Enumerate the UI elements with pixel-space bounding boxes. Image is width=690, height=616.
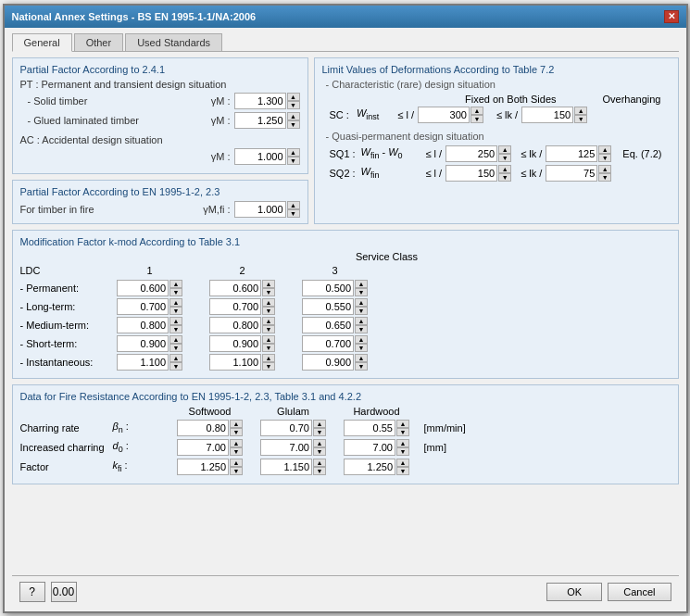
left-panels: Partial Factor According to 2.4.1 PT : P… (12, 57, 308, 224)
mod-row-2-v2[interactable] (209, 317, 261, 333)
ac-gamma: γM : (211, 151, 231, 162)
sq1-lk-down[interactable]: ▼ (598, 154, 611, 162)
sc-lk-up[interactable]: ▲ (574, 107, 587, 115)
mod-row-4-v1[interactable] (117, 354, 169, 371)
tab-used-standards[interactable]: Used Standards (125, 33, 222, 51)
ac-input[interactable] (234, 148, 286, 165)
glued-timber-label: - Glued laminated timber (28, 115, 139, 126)
sq2-lk-spin: ▲ ▼ (598, 165, 611, 182)
ldc-label: LDC (20, 265, 104, 276)
mod-row-0-v3-wrapper: ▲▼ (289, 280, 382, 296)
fire-r1-v3[interactable] (344, 439, 395, 456)
cancel-button[interactable]: Cancel (608, 583, 671, 601)
mod-r0v3-up[interactable]: ▲ (355, 280, 368, 288)
sq1-lk-input[interactable] (546, 145, 597, 162)
mod-row-3-v2[interactable] (209, 335, 261, 352)
mod-row-2-label: - Medium-term: (20, 320, 104, 331)
sc-lk-down[interactable]: ▼ (574, 115, 587, 123)
sq1-lk-up[interactable]: ▲ (598, 145, 611, 154)
fire-r2-v2[interactable] (260, 459, 312, 475)
bottom-bar: ? 0.00 OK Cancel (12, 575, 679, 606)
sc-l-input[interactable] (418, 107, 470, 123)
sq2-l-input[interactable] (445, 165, 497, 182)
mod-row-0-v2[interactable] (209, 280, 261, 296)
mod-row-2-v3[interactable] (302, 317, 354, 333)
fire-label: For timber in fire (20, 204, 94, 215)
tab-other[interactable]: Other (74, 33, 124, 51)
fire-row-1-label: Increased charring (20, 442, 113, 453)
title-bar: National Annex Settings - BS EN 1995-1-1… (5, 6, 686, 28)
mod-row-1-v2[interactable] (209, 298, 261, 315)
partial-factor-section: Partial Factor According to 2.4.1 PT : P… (12, 57, 308, 174)
fire-r0-v2[interactable] (260, 420, 312, 436)
fire-r0-v1[interactable] (177, 420, 229, 436)
sq1-l-down[interactable]: ▼ (498, 154, 511, 162)
glulam-header: Glulam (252, 406, 335, 417)
solid-timber-down[interactable]: ▼ (287, 101, 300, 109)
info-button[interactable]: 0.00 (51, 582, 77, 602)
sq1-le-lk: ≤ lk / (521, 148, 542, 159)
sq1-le-l: ≤ l / (426, 148, 443, 159)
mod-r0v2-down[interactable]: ▼ (262, 288, 275, 296)
sc-row: SC : Winst ≤ l / ▲ ▼ ≤ lk / (330, 107, 671, 123)
fire-row-0-param: βn : (113, 421, 169, 434)
fire-input-wrapper: ▲ ▼ (234, 201, 300, 218)
ac-label: AC : Accidental design situation (20, 134, 163, 145)
fire-row-2: Factor kfi : ▲▼ ▲▼ ▲▼ (20, 459, 671, 475)
glued-timber-up[interactable]: ▲ (287, 112, 300, 120)
sq2-le-lk: ≤ lk / (521, 168, 542, 179)
fire-r0-v3[interactable] (344, 420, 395, 436)
fire-data-title: Data for Fire Resistance According to EN… (20, 391, 671, 402)
sq1-l-up[interactable]: ▲ (498, 145, 511, 154)
sq2-l-up[interactable]: ▲ (498, 165, 511, 173)
tab-general[interactable]: General (12, 33, 72, 52)
mod-row-0-v3[interactable] (302, 280, 354, 296)
mod-row-3-v3[interactable] (302, 335, 354, 352)
mod-r0v1-up[interactable]: ▲ (169, 280, 182, 288)
sq2-l-down[interactable]: ▼ (498, 173, 511, 182)
solid-timber-up[interactable]: ▲ (287, 93, 300, 101)
pt-label-row: PT : Permanent and transient design situ… (20, 79, 300, 90)
w-inst-label: Winst (357, 107, 379, 121)
glued-timber-down[interactable]: ▼ (287, 120, 300, 129)
mod-row-1-v1[interactable] (117, 298, 169, 315)
mod-r0v3-down[interactable]: ▼ (355, 288, 368, 296)
fire-r1-v2[interactable] (260, 439, 312, 456)
fire-r2-v1[interactable] (177, 459, 229, 475)
mod-row-4-v2[interactable] (209, 354, 261, 371)
ac-down[interactable]: ▼ (287, 157, 300, 165)
mod-row-0-v1[interactable] (117, 280, 169, 296)
mod-row-4-v3[interactable] (302, 354, 354, 371)
close-button[interactable]: ✕ (664, 10, 679, 23)
glued-timber-input[interactable] (234, 112, 286, 129)
sq2-w-label: Wfin (361, 166, 417, 180)
sc-l-up[interactable]: ▲ (470, 107, 483, 115)
fire-down[interactable]: ▼ (287, 209, 300, 218)
mod-row-1-v3[interactable] (302, 298, 354, 315)
mod-row-0: - Permanent: ▲▼ ▲▼ (20, 280, 671, 296)
solid-timber-input[interactable] (234, 93, 286, 109)
sc-lk-input[interactable] (521, 107, 573, 123)
sq2-lk-input[interactable] (546, 165, 597, 182)
mod-row-3-v1[interactable] (117, 335, 169, 352)
ac-up[interactable]: ▲ (287, 148, 300, 157)
mod-r0v1-down[interactable]: ▼ (169, 288, 182, 296)
bottom-right-buttons: OK Cancel (546, 583, 671, 601)
sc-l-down[interactable]: ▼ (470, 115, 483, 123)
help-button[interactable]: ? (19, 582, 45, 602)
sc-label: SC : (330, 109, 349, 120)
fire-r2-v3[interactable] (344, 459, 395, 475)
sq2-lk-down[interactable]: ▼ (598, 173, 611, 182)
sq1-l-input[interactable] (445, 145, 497, 162)
ac-value-row: γM : ▲ ▼ (28, 148, 300, 165)
fire-r1-v1[interactable] (177, 439, 229, 456)
fire-up[interactable]: ▲ (287, 201, 300, 209)
sc-lk-spin: ▲ ▼ (574, 107, 587, 123)
fire-factor-row: For timber in fire γM,fi : ▲ ▼ (20, 201, 300, 218)
ok-button[interactable]: OK (546, 583, 602, 601)
sq2-lk-up[interactable]: ▲ (598, 165, 611, 173)
mod-row-2-v1[interactable] (117, 317, 169, 333)
mod-r0v2-up[interactable]: ▲ (262, 280, 275, 288)
fire-input[interactable] (234, 201, 286, 218)
fire-row-1-param: d0 : (113, 440, 169, 454)
